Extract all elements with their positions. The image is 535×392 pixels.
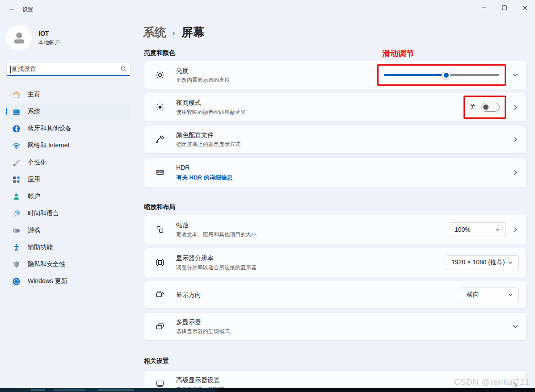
sidebar-item-accounts[interactable]: 帐户 <box>6 188 131 204</box>
color-profile-row[interactable]: 颜色配置文件 确定屏幕上的颜色显示方式 <box>144 125 527 154</box>
multiple-displays-icon <box>155 321 165 331</box>
row-subtitle: 更改内置显示器的亮度 <box>176 76 230 84</box>
slider-annotation: 滑动调节 <box>382 48 414 59</box>
sidebar-item-label: 系统 <box>28 108 40 116</box>
apps-icon <box>12 175 21 184</box>
sidebar-item-label: 时间和语言 <box>28 209 59 217</box>
scale-value: 100% <box>455 226 471 233</box>
chevron-right-icon[interactable] <box>512 137 519 142</box>
scale-dropdown[interactable]: 100% <box>449 222 506 237</box>
night-light-row[interactable]: 夜间模式 使用较暖的颜色帮助屏蔽蓝光 关 <box>144 93 527 121</box>
row-subtitle: 选择显示器的呈现模式 <box>176 328 230 335</box>
titlebar: ← 设置 <box>0 0 535 16</box>
back-button[interactable]: ← <box>6 4 17 13</box>
annotation-box-slider <box>377 64 506 86</box>
resolution-icon <box>155 258 165 267</box>
bluetooth-icon <box>12 124 21 133</box>
sidebar-item-accessibility[interactable]: 辅助功能 <box>6 239 131 255</box>
annotation-box-toggle: 关 <box>463 96 506 119</box>
orientation-row[interactable]: 显示方向 横向 <box>144 281 527 309</box>
breadcrumb-separator-icon: › <box>173 27 175 38</box>
night-light-toggle[interactable] <box>481 103 500 112</box>
sidebar-item-personalization[interactable]: 个性化 <box>6 154 131 171</box>
accounts-icon <box>12 192 21 201</box>
hdr-info-link[interactable]: 有关 HDR 的详细信息 <box>176 174 232 182</box>
sidebar-item-network[interactable]: 网络和 Internet <box>6 138 131 154</box>
toggle-state-label: 关 <box>470 103 476 111</box>
sidebar-item-label: 蓝牙和其他设备 <box>28 125 72 133</box>
sidebar-item-time-language[interactable]: 时间和语言 <box>6 205 131 221</box>
search-input[interactable] <box>7 63 117 75</box>
sidebar-item-label: 隐私和安全性 <box>28 260 65 268</box>
row-subtitle: 确定屏幕上的颜色显示方式 <box>176 141 240 148</box>
sidebar-item-apps[interactable]: 应用 <box>6 171 131 188</box>
chevron-down-icon <box>508 260 513 265</box>
sidebar-item-gaming[interactable]: 游戏 <box>6 222 131 238</box>
row-title: 夜间模式 <box>176 99 246 107</box>
maximize-icon <box>502 5 507 10</box>
chevron-down-icon[interactable] <box>512 72 519 78</box>
person-icon <box>10 29 28 47</box>
sidebar-item-label: 应用 <box>28 175 40 183</box>
sidebar-item-bluetooth[interactable]: 蓝牙和其他设备 <box>6 121 131 137</box>
personalization-icon <box>12 158 21 167</box>
row-title: 亮度 <box>176 67 230 75</box>
slider-fill <box>384 74 446 76</box>
orientation-icon <box>155 290 165 300</box>
sidebar-item-windows-update[interactable]: Windows 更新 <box>6 273 131 289</box>
row-title: 颜色配置文件 <box>176 131 240 139</box>
row-title: 高级显示器设置 <box>176 376 224 384</box>
chevron-down-icon <box>508 292 513 297</box>
time-language-icon <box>12 209 21 218</box>
slider-thumb[interactable] <box>442 71 451 79</box>
page-title: 屏幕 <box>181 25 205 40</box>
advanced-display-icon <box>155 379 165 388</box>
resolution-dropdown[interactable]: 1920 × 1080 (推荐) <box>446 255 519 270</box>
hdr-row[interactable]: HDR HDR 有关 HDR 的详细信息 <box>144 157 527 188</box>
section-related: 相关设置 <box>144 357 169 365</box>
maximize-button[interactable] <box>494 0 514 15</box>
chevron-right-icon[interactable] <box>512 170 519 175</box>
orientation-dropdown[interactable]: 横向 <box>461 288 519 302</box>
chevron-right-icon[interactable] <box>512 227 519 233</box>
row-title: 显示器分辨率 <box>176 254 257 263</box>
sidebar-item-privacy[interactable]: 隐私和安全性 <box>6 256 131 272</box>
bottom-window-strip <box>0 388 535 392</box>
brightness-icon <box>155 70 165 80</box>
sidebar-item-label: 帐户 <box>28 192 40 200</box>
sidebar-item-system[interactable]: 系统 <box>6 104 131 120</box>
sidebar-item-home[interactable]: 主页 <box>6 87 131 103</box>
color-profile-icon <box>155 134 165 144</box>
user-profile[interactable]: IOT 本地帐户 <box>6 25 60 50</box>
search-icon <box>117 66 130 72</box>
close-icon <box>522 5 527 10</box>
scale-row[interactable]: 缩放 更改文本、应用和其他项目的大小 100% <box>144 215 527 244</box>
hdr-icon: HDR <box>155 167 165 177</box>
row-subtitle: 调整分辨率以适合所连接的显示器 <box>176 264 257 271</box>
brightness-slider[interactable] <box>384 71 499 79</box>
sidebar-nav: 主页 系统 蓝牙和其他设备 网络和 Internet 个性化 应用 帐户 <box>0 86 136 290</box>
minimize-button[interactable] <box>473 0 494 15</box>
gaming-icon <box>12 226 21 235</box>
chevron-right-icon[interactable] <box>512 104 519 110</box>
brightness-row[interactable]: 亮度 更改内置显示器的亮度 <box>144 61 527 89</box>
resolution-row[interactable]: 显示器分辨率 调整分辨率以适合所连接的显示器 1920 × 1080 (推荐) <box>144 248 527 277</box>
windows-update-icon <box>12 277 21 286</box>
section-brightness-color: 亮度和颜色 <box>144 49 175 57</box>
section-scale-layout: 缩放和布局 <box>144 203 175 211</box>
chevron-down-icon <box>495 227 500 232</box>
account-type: 本地帐户 <box>38 39 60 46</box>
toggle-knob <box>483 104 489 110</box>
resolution-value: 1920 × 1080 (推荐) <box>451 259 505 267</box>
row-title: 缩放 <box>176 221 257 229</box>
text-caret <box>10 66 11 73</box>
multiple-displays-row[interactable]: 多显示器 选择显示器的呈现模式 <box>144 312 527 341</box>
user-name: IOT <box>38 29 60 38</box>
chevron-down-icon[interactable] <box>512 323 519 329</box>
sidebar-item-label: 辅助功能 <box>28 243 53 251</box>
sidebar-item-label: 游戏 <box>28 226 40 234</box>
close-button[interactable] <box>514 0 535 15</box>
svg-text:HDR: HDR <box>157 171 163 174</box>
back-arrow-icon: ← <box>8 4 15 13</box>
breadcrumb-parent[interactable]: 系统 <box>143 25 166 40</box>
